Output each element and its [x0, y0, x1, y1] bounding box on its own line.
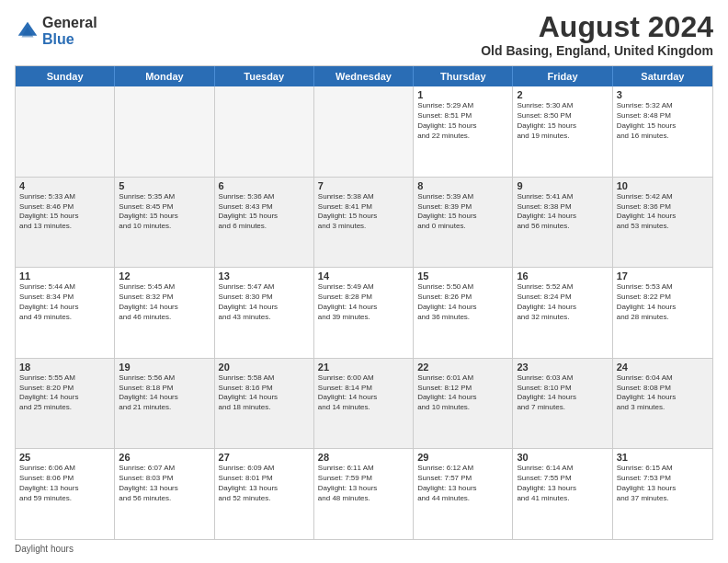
page: General Blue August 2024 Old Basing, Eng… [0, 0, 728, 563]
cal-header-sunday: Sunday [16, 66, 115, 86]
footer-note: Daylight hours [15, 544, 713, 554]
cal-cell: 22Sunrise: 6:01 AM Sunset: 8:12 PM Dayli… [414, 359, 513, 449]
day-number: 11 [19, 270, 110, 282]
day-info: Sunrise: 5:36 AM Sunset: 8:43 PM Dayligh… [219, 192, 310, 232]
day-number: 2 [517, 89, 608, 100]
day-info: Sunrise: 5:47 AM Sunset: 8:30 PM Dayligh… [219, 282, 310, 322]
day-number: 30 [517, 452, 608, 463]
main-title: August 2024 [481, 11, 713, 43]
cal-cell: 5Sunrise: 5:35 AM Sunset: 8:45 PM Daylig… [115, 178, 214, 268]
cal-header-tuesday: Tuesday [215, 66, 314, 86]
day-info: Sunrise: 5:58 AM Sunset: 8:16 PM Dayligh… [219, 373, 310, 413]
header: General Blue August 2024 Old Basing, Eng… [15, 11, 713, 58]
cal-cell: 7Sunrise: 5:38 AM Sunset: 8:41 PM Daylig… [314, 178, 414, 268]
day-number: 27 [219, 452, 310, 463]
cal-cell: 26Sunrise: 6:07 AM Sunset: 8:03 PM Dayli… [115, 449, 214, 539]
cal-cell: 9Sunrise: 5:41 AM Sunset: 8:38 PM Daylig… [513, 178, 612, 268]
cal-cell: 24Sunrise: 6:04 AM Sunset: 8:08 PM Dayli… [613, 359, 712, 449]
cal-cell: 31Sunrise: 6:15 AM Sunset: 7:53 PM Dayli… [613, 449, 712, 539]
cal-cell: 11Sunrise: 5:44 AM Sunset: 8:34 PM Dayli… [16, 268, 115, 358]
cal-cell: 16Sunrise: 5:52 AM Sunset: 8:24 PM Dayli… [513, 268, 612, 358]
cal-header-wednesday: Wednesday [314, 66, 414, 86]
day-info: Sunrise: 6:07 AM Sunset: 8:03 PM Dayligh… [119, 464, 210, 503]
day-info: Sunrise: 5:53 AM Sunset: 8:22 PM Dayligh… [617, 282, 709, 322]
day-number: 21 [318, 362, 409, 373]
day-number: 25 [19, 452, 110, 463]
cal-header-monday: Monday [115, 66, 214, 86]
cal-row-4: 25Sunrise: 6:06 AM Sunset: 8:06 PM Dayli… [16, 449, 712, 539]
day-number: 14 [318, 270, 409, 282]
cal-header-saturday: Saturday [613, 66, 712, 86]
cal-row-1: 4Sunrise: 5:33 AM Sunset: 8:46 PM Daylig… [16, 178, 712, 269]
logo-general: General [42, 15, 97, 31]
day-number: 22 [417, 362, 508, 373]
cal-header-thursday: Thursday [414, 66, 513, 86]
day-info: Sunrise: 5:39 AM Sunset: 8:39 PM Dayligh… [417, 192, 508, 232]
logo-blue: Blue [42, 31, 97, 48]
day-info: Sunrise: 6:15 AM Sunset: 7:53 PM Dayligh… [617, 464, 709, 503]
day-info: Sunrise: 5:38 AM Sunset: 8:41 PM Dayligh… [318, 192, 409, 232]
cal-cell [16, 86, 115, 177]
cal-cell: 15Sunrise: 5:50 AM Sunset: 8:26 PM Dayli… [414, 268, 513, 358]
day-info: Sunrise: 6:03 AM Sunset: 8:10 PM Dayligh… [517, 373, 608, 413]
day-info: Sunrise: 6:01 AM Sunset: 8:12 PM Dayligh… [417, 373, 508, 413]
day-info: Sunrise: 5:52 AM Sunset: 8:24 PM Dayligh… [517, 282, 608, 322]
day-info: Sunrise: 6:00 AM Sunset: 8:14 PM Dayligh… [318, 373, 409, 413]
day-number: 31 [617, 452, 709, 463]
logo: General Blue [15, 15, 97, 47]
day-info: Sunrise: 6:12 AM Sunset: 7:57 PM Dayligh… [417, 464, 508, 503]
day-number: 1 [417, 89, 508, 100]
day-number: 15 [417, 270, 508, 282]
day-info: Sunrise: 6:14 AM Sunset: 7:55 PM Dayligh… [517, 464, 608, 503]
logo-icon [15, 18, 40, 44]
cal-cell [215, 86, 314, 177]
day-number: 9 [517, 180, 608, 191]
cal-cell: 23Sunrise: 6:03 AM Sunset: 8:10 PM Dayli… [513, 359, 612, 449]
day-number: 17 [617, 270, 709, 282]
cal-cell: 18Sunrise: 5:55 AM Sunset: 8:20 PM Dayli… [16, 359, 115, 449]
day-info: Sunrise: 6:06 AM Sunset: 8:06 PM Dayligh… [19, 464, 110, 503]
day-number: 8 [417, 180, 508, 191]
day-number: 23 [517, 362, 608, 373]
day-info: Sunrise: 5:56 AM Sunset: 8:18 PM Dayligh… [119, 373, 210, 413]
day-number: 5 [119, 180, 210, 191]
day-number: 7 [318, 180, 409, 191]
cal-cell: 29Sunrise: 6:12 AM Sunset: 7:57 PM Dayli… [414, 449, 513, 539]
title-block: August 2024 Old Basing, England, United … [481, 11, 713, 58]
day-info: Sunrise: 5:30 AM Sunset: 8:50 PM Dayligh… [517, 101, 608, 141]
day-info: Sunrise: 5:55 AM Sunset: 8:20 PM Dayligh… [19, 373, 110, 413]
day-number: 12 [119, 270, 210, 282]
cal-cell [314, 86, 414, 177]
cal-cell [115, 86, 214, 177]
cal-cell: 13Sunrise: 5:47 AM Sunset: 8:30 PM Dayli… [215, 268, 314, 358]
cal-cell: 14Sunrise: 5:49 AM Sunset: 8:28 PM Dayli… [314, 268, 414, 358]
day-info: Sunrise: 5:50 AM Sunset: 8:26 PM Dayligh… [417, 282, 508, 322]
day-number: 6 [219, 180, 310, 191]
subtitle: Old Basing, England, United Kingdom [481, 43, 713, 58]
cal-cell: 4Sunrise: 5:33 AM Sunset: 8:46 PM Daylig… [16, 178, 115, 268]
day-number: 3 [617, 89, 709, 100]
day-info: Sunrise: 5:42 AM Sunset: 8:36 PM Dayligh… [617, 192, 709, 232]
calendar-body: 1Sunrise: 5:29 AM Sunset: 8:51 PM Daylig… [16, 86, 712, 539]
cal-cell: 6Sunrise: 5:36 AM Sunset: 8:43 PM Daylig… [215, 178, 314, 268]
day-number: 26 [119, 452, 210, 463]
cal-cell: 3Sunrise: 5:32 AM Sunset: 8:48 PM Daylig… [613, 86, 712, 177]
day-number: 19 [119, 362, 210, 373]
cal-cell: 12Sunrise: 5:45 AM Sunset: 8:32 PM Dayli… [115, 268, 214, 358]
cal-cell: 17Sunrise: 5:53 AM Sunset: 8:22 PM Dayli… [613, 268, 712, 358]
cal-row-2: 11Sunrise: 5:44 AM Sunset: 8:34 PM Dayli… [16, 268, 712, 359]
day-info: Sunrise: 5:49 AM Sunset: 8:28 PM Dayligh… [318, 282, 409, 322]
day-info: Sunrise: 6:09 AM Sunset: 8:01 PM Dayligh… [219, 464, 310, 503]
day-info: Sunrise: 6:04 AM Sunset: 8:08 PM Dayligh… [617, 373, 709, 413]
day-number: 13 [219, 270, 310, 282]
day-number: 20 [219, 362, 310, 373]
cal-cell: 28Sunrise: 6:11 AM Sunset: 7:59 PM Dayli… [314, 449, 414, 539]
calendar: SundayMondayTuesdayWednesdayThursdayFrid… [15, 65, 713, 540]
cal-cell: 2Sunrise: 5:30 AM Sunset: 8:50 PM Daylig… [513, 86, 612, 177]
day-info: Sunrise: 5:29 AM Sunset: 8:51 PM Dayligh… [417, 101, 508, 141]
day-info: Sunrise: 5:35 AM Sunset: 8:45 PM Dayligh… [119, 192, 210, 232]
day-info: Sunrise: 5:32 AM Sunset: 8:48 PM Dayligh… [617, 101, 709, 141]
cal-row-0: 1Sunrise: 5:29 AM Sunset: 8:51 PM Daylig… [16, 86, 712, 178]
day-number: 16 [517, 270, 608, 282]
cal-cell: 8Sunrise: 5:39 AM Sunset: 8:39 PM Daylig… [414, 178, 513, 268]
